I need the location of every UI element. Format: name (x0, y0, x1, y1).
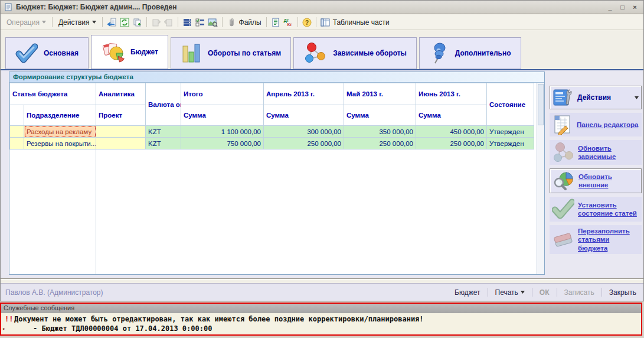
set-state-button[interactable]: Установить состояние статей (550, 197, 642, 222)
column-header-june: Июнь 2013 г. (416, 83, 487, 105)
copy-add-icon[interactable] (131, 17, 144, 28)
currency-cell[interactable]: KZT (146, 126, 181, 138)
document-icon (4, 3, 12, 11)
editor-panel-icon (552, 115, 573, 135)
separator (1, 278, 643, 280)
column-settings-icon[interactable] (194, 17, 207, 28)
column-header-analytics: Аналитика (96, 83, 146, 105)
statusbar: Павлов А.В. (Администратор) Бюджет Печат… (1, 283, 643, 301)
separator (298, 17, 298, 27)
separator (52, 17, 53, 27)
row-expander-cell[interactable] (10, 126, 24, 138)
column-header-sum-april: Сумма (264, 105, 344, 126)
actions-button[interactable]: Действия (550, 86, 642, 109)
dropdown-arrow-icon (92, 21, 96, 24)
total-cell[interactable]: 1 100 000,00 (181, 126, 264, 138)
tab-strip: Основная Бюджет Обороты по статьям (1, 30, 643, 69)
column-header-sum-june: Сумма (416, 105, 487, 126)
article-cell[interactable]: Резервы на покрыти... (24, 138, 96, 150)
operation-menu: Операция (3, 17, 50, 28)
row-expander-cell[interactable] (10, 138, 24, 150)
reread-icon[interactable] (105, 17, 118, 28)
budget-button[interactable]: Бюджет (452, 287, 482, 298)
column-header-total: Итого (181, 83, 264, 105)
molecule-icon (303, 43, 327, 64)
unpost-document-icon (162, 17, 175, 28)
close-button[interactable]: × (630, 3, 640, 12)
separator (222, 17, 223, 27)
close-form-button[interactable]: Закрыть (607, 287, 639, 298)
error-marker-icon: !! (1, 314, 14, 324)
tab-zavisimye-oboroty[interactable]: Зависимые обороты (293, 37, 417, 69)
paperclip-icon[interactable] (225, 17, 238, 28)
refresh-dependent-button[interactable]: Обновить зависимые (550, 140, 642, 165)
tabular-parts-button[interactable]: Табличные части (333, 18, 390, 27)
column-header-article: Статья бюджета (10, 83, 96, 105)
group-header: Формирование структуры бюджета (9, 72, 544, 83)
bar-chart-icon (181, 43, 202, 64)
service-messages-panel: Служебные сообщения !! Документ не может… (0, 303, 642, 336)
preview-icon[interactable] (207, 17, 220, 28)
dropdown-arrow-icon (635, 96, 639, 99)
budget-pie-icon (101, 41, 125, 63)
may-cell[interactable]: 350 000,00 (344, 126, 416, 138)
tab-dopolnitelno[interactable]: Дополнительно (419, 37, 521, 69)
budget-tab-content: Формирование структуры бюджета Статья бю… (1, 70, 643, 278)
april-cell[interactable]: 300 000,00 (264, 126, 344, 138)
state-cell[interactable]: Утвержден (487, 138, 534, 150)
table-row[interactable]: Расходы на рекламу KZT 1 100 000,00 300 … (10, 126, 534, 138)
column-header-expander (10, 105, 24, 126)
message-line[interactable]: !! Документ не может быть отредактирован… (1, 314, 641, 324)
column-guide-line (96, 149, 96, 274)
tab-budget[interactable]: Бюджет (91, 35, 168, 69)
refresh-external-icon (553, 171, 575, 191)
may-cell[interactable]: 250 000,00 (344, 138, 416, 150)
separator (601, 288, 602, 297)
current-user: Павлов А.В. (Администратор) (5, 288, 452, 297)
separator (266, 17, 267, 27)
refill-icon (552, 230, 574, 249)
message-line[interactable]: ▸ - Бюджет ТДЛ00000004 от 17.04.2013 0:0… (1, 324, 641, 333)
refresh-icon[interactable] (118, 17, 131, 28)
article-cell[interactable]: Расходы на рекламу (24, 126, 96, 138)
tab-oboroty-po-statyam[interactable]: Обороты по статьям (171, 37, 291, 69)
budget-table-panel: Формирование структуры бюджета Статья бю… (9, 72, 545, 275)
refill-button[interactable]: Перезаполнить статьями бюджета (550, 225, 642, 254)
separator (146, 17, 147, 27)
state-cell[interactable]: Утвержден (487, 126, 534, 138)
minimize-button[interactable]: _ (605, 3, 615, 12)
tabular-parts-icon[interactable] (319, 17, 332, 28)
project-cell[interactable] (96, 138, 146, 150)
dropdown-arrow-icon (42, 21, 46, 24)
dropdown-arrow-icon (521, 291, 525, 294)
june-cell[interactable]: 250 000,00 (416, 138, 487, 150)
maximize-button[interactable]: □ (617, 3, 627, 12)
document-journal-icon[interactable] (269, 17, 282, 28)
files-button[interactable]: Файлы (239, 18, 261, 27)
post-document-icon (149, 17, 162, 28)
side-panel: Действия Панель редактора Обновить завис… (550, 86, 642, 258)
scrollbar-thumb[interactable] (538, 84, 544, 125)
actions-menu[interactable]: Действия (55, 17, 100, 28)
separator (532, 288, 532, 297)
table-row[interactable]: Резервы на покрыти... KZT 750 000,00 250… (10, 138, 534, 150)
separator (557, 288, 557, 297)
vertical-scrollbar[interactable] (537, 83, 544, 274)
tab-osnovnaya[interactable]: Основная (5, 37, 89, 69)
refresh-dependent-icon (552, 142, 574, 163)
column-header-state: Состояние (487, 83, 534, 126)
currency-cell[interactable]: KZT (146, 138, 181, 150)
help-icon[interactable]: ? (300, 17, 313, 28)
total-cell[interactable]: 750 000,00 (181, 138, 264, 150)
june-cell[interactable]: 450 000,00 (416, 126, 487, 138)
print-button[interactable]: Печать (493, 287, 527, 298)
list-settings-icon[interactable] (181, 17, 194, 28)
editor-panel-button[interactable]: Панель редактора (550, 113, 642, 136)
project-cell[interactable] (96, 126, 146, 138)
column-header-sum-may: Сумма (344, 105, 416, 126)
dt-kt-icon[interactable]: ДтКт (282, 17, 295, 28)
april-cell[interactable]: 250 000,00 (264, 138, 344, 150)
refresh-external-button[interactable]: Обновить внешние (550, 168, 642, 193)
separator (488, 288, 488, 297)
document-window: Бюджет: Бюджет: Бюджет админ.... Проведе… (0, 0, 644, 301)
